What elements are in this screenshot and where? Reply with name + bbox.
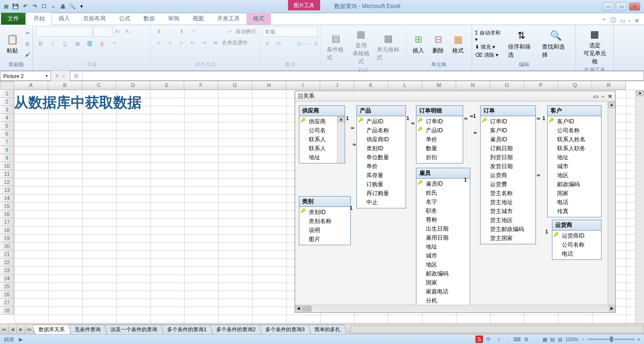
italic-button[interactable]: I: [48, 39, 58, 48]
entity-orderdetail[interactable]: 订单明细订单ID产品ID单价数量折扣: [416, 105, 463, 163]
col-header[interactable]: B: [48, 81, 82, 90]
col-header[interactable]: E: [150, 81, 184, 90]
font-size-combo[interactable]: [93, 26, 112, 37]
font-name-combo[interactable]: [36, 26, 93, 37]
row-header[interactable]: 11: [0, 170, 14, 178]
col-header[interactable]: A: [14, 81, 48, 90]
select-all-corner[interactable]: [0, 81, 14, 90]
indent-inc-icon[interactable]: ⇥: [199, 38, 209, 47]
preview-icon[interactable]: 🔍: [68, 2, 76, 11]
tab-review[interactable]: 审阅: [161, 13, 186, 25]
row-header[interactable]: 22: [0, 258, 14, 267]
qat-dropdown-icon[interactable]: ▾: [77, 2, 86, 11]
zoom-in-icon[interactable]: +: [637, 336, 640, 342]
ribbon-min2-icon[interactable]: ▭: [620, 17, 625, 24]
row-header[interactable]: 19: [0, 234, 14, 242]
sheet-tab[interactable]: 涉及一个条件的查询: [104, 325, 163, 334]
delete-cells-button[interactable]: ⊟删除: [429, 32, 448, 56]
align-left-icon[interactable]: ≡: [154, 38, 163, 47]
row-header[interactable]: 20: [0, 242, 14, 250]
row-header[interactable]: 1: [0, 90, 14, 98]
align-top-icon[interactable]: ⬆: [154, 26, 163, 36]
paste-button[interactable]: 📋粘贴: [3, 32, 22, 56]
number-format-combo[interactable]: [263, 26, 318, 37]
tab-home[interactable]: 开始: [26, 12, 52, 25]
tab-view[interactable]: 视图: [186, 13, 211, 25]
row-header[interactable]: 26: [0, 291, 14, 299]
macro-record-icon[interactable]: ▶: [19, 336, 23, 343]
col-header[interactable]: F: [184, 81, 218, 90]
zoom-out-icon[interactable]: −: [581, 336, 584, 342]
row-header[interactable]: 17: [0, 218, 14, 226]
row-header[interactable]: 27: [0, 299, 14, 307]
qat-icon-1[interactable]: ☐: [40, 2, 48, 11]
col-header[interactable]: G: [218, 81, 252, 90]
col-header[interactable]: J: [320, 81, 354, 90]
row-header[interactable]: 9: [0, 154, 14, 162]
col-header[interactable]: D: [116, 81, 150, 90]
redo-icon[interactable]: ↷: [30, 2, 39, 11]
wrap-text-button[interactable]: ⮐: [224, 26, 234, 36]
row-header[interactable]: 7: [0, 138, 14, 146]
align-middle-icon[interactable]: ↕: [165, 26, 175, 36]
col-header[interactable]: M: [422, 81, 456, 90]
entity-shipper[interactable]: 运货商运货商ID公司名称电话: [552, 220, 602, 260]
tab-data[interactable]: 数据: [137, 13, 161, 25]
row-header[interactable]: 2: [0, 98, 14, 106]
ime-gear-icon[interactable]: ⚙: [523, 335, 530, 343]
close-button[interactable]: ✕: [629, 2, 640, 11]
align-right-icon[interactable]: ≡: [177, 38, 186, 47]
copy-icon[interactable]: ⎘: [23, 39, 32, 49]
fill-button[interactable]: ⬇ 填充 ▾: [475, 43, 504, 51]
view-normal-icon[interactable]: ▦: [542, 336, 547, 343]
row-header[interactable]: 12: [0, 178, 14, 186]
tab-next-icon[interactable]: ▶: [17, 325, 25, 334]
insert-cells-button[interactable]: ⊞插入: [409, 32, 428, 56]
new-icon[interactable]: ▫: [49, 2, 58, 11]
row-header[interactable]: 23: [0, 267, 14, 275]
ime-moon-icon[interactable]: ☽: [494, 335, 502, 343]
col-header[interactable]: N: [456, 81, 490, 90]
undo-icon[interactable]: ↶: [21, 2, 29, 11]
tab-first-icon[interactable]: ⏮: [0, 325, 8, 334]
fill-color-button[interactable]: 🪣: [85, 39, 94, 48]
clear-button[interactable]: ⌫ 清除 ▾: [475, 52, 504, 59]
font-color-button[interactable]: A: [97, 39, 107, 48]
align-center-icon[interactable]: ≡: [165, 38, 175, 47]
row-header[interactable]: 8: [0, 146, 14, 154]
ribbon-minimize-icon[interactable]: ⌃: [602, 17, 607, 24]
tab-format[interactable]: 格式: [246, 13, 271, 25]
row-header[interactable]: 4: [0, 114, 14, 122]
row-header[interactable]: 24: [0, 275, 14, 283]
dec-decimal-icon[interactable]: ←.0: [308, 39, 317, 48]
tab-formula[interactable]: 公式: [112, 13, 137, 25]
sheet-tab[interactable]: 多个条件的查询2: [210, 325, 262, 334]
sort-filter-button[interactable]: ⇅排序和筛选: [505, 28, 539, 60]
sheet-tab[interactable]: 简单的多扎: [308, 325, 347, 334]
col-header[interactable]: P: [524, 81, 558, 90]
entity-order[interactable]: 订单订单ID客户ID雇员ID订购日期到货日期发货日期运货商运货费货主名称货主地址…: [480, 105, 536, 244]
ribbon-rest-icon[interactable]: ▫: [629, 17, 631, 24]
row-header[interactable]: 25: [0, 283, 14, 291]
cell-style-button[interactable]: ▩单元格样式: [374, 31, 403, 63]
orientation-icon[interactable]: ⤢: [188, 26, 197, 36]
tab-insert[interactable]: 插入: [52, 13, 76, 25]
diagram-close-icon[interactable]: ✕: [608, 93, 612, 100]
row-header[interactable]: 18: [0, 226, 14, 234]
row-header[interactable]: 13: [0, 186, 14, 194]
col-header[interactable]: H: [252, 81, 286, 90]
vertical-scrollbar[interactable]: ▲: [636, 90, 644, 324]
diagram-min-icon[interactable]: ▭: [593, 93, 598, 100]
zoom-level[interactable]: 100%: [565, 336, 578, 342]
comma-icon[interactable]: ,: [285, 39, 295, 48]
col-header[interactable]: O: [490, 81, 524, 90]
excel-icon[interactable]: ▦: [2, 2, 10, 11]
fx-icon[interactable]: fx: [70, 73, 83, 79]
col-header[interactable]: C: [82, 81, 116, 90]
tab-prev-icon[interactable]: ◀: [8, 325, 17, 334]
phonetic-button[interactable]: ᵂ: [110, 39, 119, 48]
row-header[interactable]: 16: [0, 210, 14, 218]
help-icon[interactable]: ⓘ: [610, 17, 616, 25]
row-header[interactable]: 21: [0, 250, 14, 258]
row-header[interactable]: 5: [0, 122, 14, 130]
